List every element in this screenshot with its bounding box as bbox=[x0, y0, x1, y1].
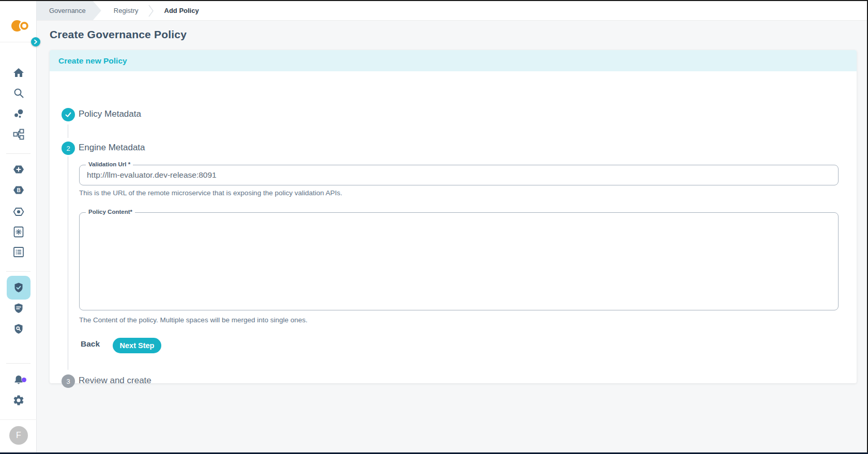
breadcrumb-governance[interactable]: Governance bbox=[37, 1, 101, 20]
avatar[interactable]: F bbox=[9, 426, 28, 445]
back-button[interactable]: Back bbox=[81, 339, 100, 349]
hexagon-dot-icon bbox=[12, 206, 25, 218]
validation-url-field: Validation Url * bbox=[79, 165, 839, 185]
cluster-dots-icon bbox=[12, 107, 25, 120]
validation-url-helper: This is the URL of the remote microservi… bbox=[79, 189, 342, 197]
validation-url-label: Validation Url * bbox=[86, 161, 133, 168]
window-top-edge bbox=[0, 0, 868, 1]
next-step-button[interactable]: Next Step bbox=[113, 338, 161, 353]
policy-content-helper: The Content of the policy. Multiple spac… bbox=[79, 316, 308, 324]
shield-search-icon bbox=[12, 323, 25, 335]
hexagon-b-icon: B bbox=[12, 184, 25, 196]
sidebar-item-governance-active[interactable] bbox=[7, 276, 31, 300]
breadcrumb-add-policy[interactable]: Add Policy bbox=[154, 1, 208, 20]
sidebar-item-search[interactable] bbox=[12, 87, 25, 99]
hierarchy-icon bbox=[12, 128, 25, 140]
step1-indicator[interactable] bbox=[62, 108, 75, 121]
sidebar-item-notifications[interactable] bbox=[12, 374, 25, 386]
list-box-icon bbox=[12, 246, 25, 258]
sidebar-item-hexagon-dot[interactable] bbox=[12, 206, 25, 218]
sidebar-expand-button[interactable] bbox=[31, 37, 40, 46]
breadcrumb-label: Governance bbox=[49, 7, 86, 14]
sidebar-item-cluster[interactable] bbox=[12, 107, 25, 120]
sidebar-item-hierarchy[interactable] bbox=[12, 128, 25, 140]
settings-box-icon bbox=[12, 226, 25, 238]
svg-text:B: B bbox=[17, 187, 20, 193]
breadcrumb-label: Add Policy bbox=[164, 7, 199, 14]
logo-icon bbox=[10, 19, 31, 33]
sidebar-divider bbox=[0, 419, 37, 420]
breadcrumb-separator bbox=[148, 1, 154, 20]
sidebar: B bbox=[0, 0, 37, 454]
sidebar-divider bbox=[6, 153, 31, 154]
step-connector bbox=[68, 156, 68, 370]
step2-indicator[interactable]: 2 bbox=[62, 142, 75, 155]
step-connector bbox=[68, 124, 68, 138]
home-icon bbox=[12, 67, 25, 79]
sidebar-item-settings[interactable] bbox=[12, 394, 25, 406]
sidebar-item-shield-layers[interactable] bbox=[12, 302, 25, 315]
sidebar-item-home[interactable] bbox=[12, 67, 25, 79]
breadcrumb-label: Registry bbox=[114, 7, 139, 14]
validation-url-input[interactable] bbox=[79, 165, 839, 185]
sidebar-item-shield-search[interactable] bbox=[12, 323, 25, 335]
search-icon bbox=[12, 87, 25, 99]
app-logo[interactable] bbox=[10, 19, 31, 35]
page-title: Create Governance Policy bbox=[50, 28, 187, 41]
sidebar-divider bbox=[6, 363, 31, 364]
step2-number: 2 bbox=[66, 145, 70, 152]
step3-number: 3 bbox=[66, 378, 70, 385]
policy-content-field: Policy Content* bbox=[79, 212, 839, 312]
sidebar-item-list-box[interactable] bbox=[12, 246, 25, 258]
app-window: B bbox=[0, 0, 868, 454]
gear-icon bbox=[12, 394, 25, 406]
breadcrumb-registry[interactable]: Registry bbox=[101, 1, 148, 20]
chevron-separator-icon bbox=[148, 4, 154, 18]
shield-check-icon bbox=[12, 281, 25, 294]
breadcrumb: Governance Registry Add Policy bbox=[37, 1, 867, 21]
hexagon-plus-icon bbox=[12, 163, 25, 176]
step3-indicator[interactable]: 3 bbox=[62, 374, 75, 388]
step1-label: Policy Metadata bbox=[79, 109, 141, 119]
sidebar-item-hexagon-b[interactable]: B bbox=[12, 184, 25, 196]
policy-content-label: Policy Content* bbox=[86, 209, 135, 215]
sidebar-divider bbox=[6, 271, 31, 272]
card-header-title: Create new Policy bbox=[58, 56, 127, 66]
chevron-right-icon bbox=[33, 39, 38, 44]
policy-content-textarea[interactable] bbox=[79, 212, 839, 310]
shield-layers-icon bbox=[12, 302, 25, 315]
sidebar-item-settings-box[interactable] bbox=[12, 226, 25, 238]
stepper: Policy Metadata 2 Engine Metadata Valida… bbox=[50, 71, 857, 383]
create-policy-card: Create new Policy Policy Metadata 2 Engi… bbox=[50, 50, 857, 383]
step2-label: Engine Metadata bbox=[79, 143, 145, 153]
card-header: Create new Policy bbox=[50, 50, 857, 71]
step3-label: Review and create bbox=[79, 375, 151, 386]
notification-dot bbox=[22, 378, 26, 382]
check-icon bbox=[65, 111, 72, 118]
avatar-initial: F bbox=[16, 431, 21, 440]
sidebar-item-hexagon-plus[interactable] bbox=[12, 163, 25, 176]
